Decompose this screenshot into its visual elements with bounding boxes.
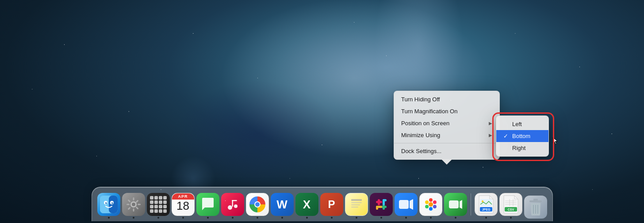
dock-item-finder[interactable]	[97, 193, 120, 219]
menu-item-label: Position on Screen	[401, 120, 449, 127]
csv-file-icon: CSV	[499, 193, 522, 216]
submenu-item-bottom[interactable]: ✓ Bottom	[496, 130, 548, 142]
dock-item-powerpoint[interactable]: P	[320, 193, 343, 219]
dock-item-dot	[133, 217, 134, 219]
submenu-item-label: Left	[512, 121, 522, 127]
dock-item-dot	[108, 217, 110, 219]
dock-item-dot	[306, 217, 308, 219]
svg-rect-48	[480, 199, 492, 206]
svg-point-7	[111, 202, 113, 204]
svg-rect-25	[351, 204, 360, 205]
calendar-icon: APR 18	[172, 193, 195, 216]
system-preferences-icon	[122, 193, 145, 216]
menu-item-minimize-using[interactable]: Minimize Using ▶	[394, 129, 499, 141]
svg-point-8	[112, 203, 113, 204]
dock-item-photos[interactable]	[419, 193, 442, 219]
dock-item-excel[interactable]: X	[295, 193, 318, 219]
svg-rect-31	[376, 206, 378, 210]
svg-point-6	[110, 201, 114, 204]
trash-icon	[524, 196, 547, 219]
svg-point-41	[429, 207, 433, 211]
slack-svg	[374, 197, 388, 211]
svg-rect-30	[380, 206, 387, 208]
trash-svg	[528, 198, 544, 216]
chrome-ring	[249, 196, 265, 212]
photos-svg	[423, 196, 439, 212]
dock-item-launchpad[interactable]	[147, 193, 170, 219]
svg-text:CSV: CSV	[507, 208, 514, 211]
launchpad-grid	[150, 196, 167, 213]
dock-item-system-preferences[interactable]	[122, 193, 145, 219]
dock-item-facetime[interactable]	[444, 193, 467, 219]
svg-rect-34	[383, 199, 385, 205]
dock-background: APR 18	[92, 187, 553, 221]
messages-icon	[196, 193, 219, 216]
dock-item-notes[interactable]	[345, 193, 368, 219]
svg-point-37	[429, 202, 433, 207]
submenu-arrow-icon: ▶	[489, 121, 492, 126]
context-menu-wrapper: Turn Hiding Off Turn Magnification On Po…	[394, 91, 500, 160]
dock-item-dot	[232, 217, 234, 219]
svg-point-49	[482, 200, 483, 202]
menu-item-turn-hiding-off[interactable]: Turn Hiding Off	[394, 93, 499, 105]
notes-svg	[349, 197, 364, 211]
svg-rect-33	[383, 199, 387, 201]
dock-item-dot	[380, 217, 382, 219]
submenu-highlight-box	[492, 112, 554, 161]
svg-point-5	[106, 203, 107, 204]
submenu-position-on-screen: Left ✓ Bottom Right	[496, 115, 549, 157]
excel-icon: X	[295, 193, 318, 216]
dock-item-slack[interactable]	[370, 193, 393, 219]
dock-item-dot	[430, 217, 432, 219]
facetime-svg	[448, 197, 463, 212]
dock-item-csv-file[interactable]: CSV	[499, 193, 522, 219]
messages-svg	[200, 197, 215, 212]
dock-item-dot	[356, 217, 357, 219]
jpeg-file-svg: JPEG	[477, 195, 495, 214]
dock-item-jpeg-file[interactable]: JPEG	[475, 193, 498, 219]
svg-rect-15	[135, 200, 138, 203]
excel-letter: X	[303, 198, 310, 211]
submenu-item-left[interactable]: Left	[496, 118, 548, 130]
svg-rect-46	[480, 207, 492, 211]
svg-rect-27	[378, 199, 380, 205]
slack-icon	[370, 193, 393, 216]
svg-point-19	[228, 205, 232, 210]
dock-item-zoom[interactable]	[395, 193, 418, 219]
dock-item-music[interactable]	[221, 193, 244, 219]
svg-point-20	[234, 204, 238, 208]
svg-rect-17	[135, 206, 138, 209]
svg-rect-24	[351, 202, 362, 203]
menu-item-position-on-screen[interactable]: Position on Screen ▶	[394, 117, 499, 129]
svg-rect-29	[383, 204, 385, 210]
svg-rect-1	[109, 196, 118, 213]
svg-rect-11	[133, 197, 134, 200]
dock-item-word[interactable]: W	[271, 193, 294, 219]
svg-marker-36	[410, 199, 413, 210]
menu-item-turn-magnification-on[interactable]: Turn Magnification On	[394, 105, 499, 117]
zoom-icon	[395, 193, 418, 216]
dock-item-calendar[interactable]: APR 18	[172, 193, 195, 219]
svg-rect-26	[351, 207, 358, 208]
dock-divider	[471, 193, 471, 215]
chrome-icon	[246, 193, 269, 216]
dock-item-dot	[405, 217, 407, 219]
facetime-icon	[444, 193, 467, 216]
context-menu: Turn Hiding Off Turn Magnification On Po…	[394, 91, 500, 160]
svg-rect-0	[100, 196, 118, 213]
svg-rect-35	[399, 200, 409, 209]
dock-item-messages[interactable]	[196, 193, 219, 219]
checkmark-icon: ✓	[503, 133, 510, 139]
svg-rect-32	[376, 206, 382, 208]
menu-item-dock-settings[interactable]: Dock Settings...	[394, 145, 499, 157]
submenu-item-right[interactable]: Right	[496, 142, 548, 154]
submenu-item-label: Bottom	[512, 133, 530, 139]
word-icon: W	[271, 193, 294, 216]
finder-icon	[97, 193, 120, 216]
dock-item-trash[interactable]	[524, 196, 547, 219]
svg-rect-58	[533, 199, 538, 201]
dock-item-dot	[281, 217, 283, 219]
dock-item-dot	[182, 217, 184, 219]
dock-item-dot	[485, 217, 487, 219]
dock-item-chrome[interactable]	[246, 193, 269, 219]
